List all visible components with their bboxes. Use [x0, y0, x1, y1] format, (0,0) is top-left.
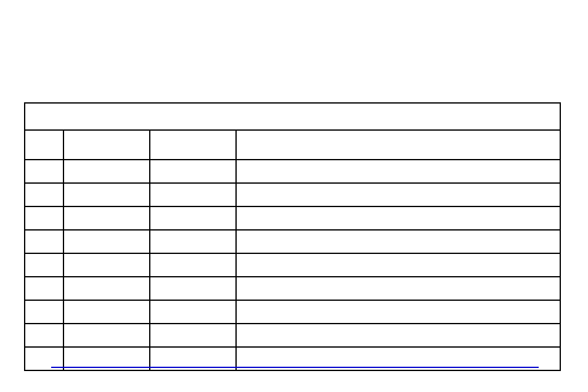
table-header-cell — [25, 130, 63, 160]
table-cell — [25, 253, 63, 277]
footer-divider — [51, 367, 539, 368]
table-cell — [236, 206, 560, 230]
table-cell — [236, 160, 560, 183]
table-cell — [236, 230, 560, 253]
table-cell — [236, 300, 560, 324]
table-cell — [63, 277, 150, 300]
table-title — [25, 103, 560, 130]
table-cell — [25, 230, 63, 253]
table-cell — [150, 300, 236, 324]
table-cell — [150, 160, 236, 183]
table-cell — [63, 206, 150, 230]
table-cell — [150, 253, 236, 277]
table-cell — [25, 324, 63, 347]
table-cell — [25, 206, 63, 230]
table-cell — [150, 183, 236, 206]
table-cell — [150, 206, 236, 230]
table-cell — [25, 183, 63, 206]
table-cell — [63, 300, 150, 324]
table-header-cell — [150, 130, 236, 160]
table-title-row — [25, 103, 560, 130]
table-header-cell — [63, 130, 150, 160]
table-cell — [236, 253, 560, 277]
table-row — [25, 160, 560, 183]
table-header-cell — [236, 130, 560, 160]
table-cell — [63, 253, 150, 277]
data-table — [24, 102, 561, 371]
table-cell — [25, 160, 63, 183]
table-row — [25, 183, 560, 206]
page — [0, 0, 588, 392]
table-cell — [150, 324, 236, 347]
table-cell — [25, 277, 63, 300]
table-header-row — [25, 130, 560, 160]
table-cell — [63, 230, 150, 253]
table-cell — [236, 324, 560, 347]
table-row — [25, 324, 560, 347]
table-row — [25, 206, 560, 230]
table-cell — [25, 300, 63, 324]
table-row — [25, 253, 560, 277]
table-cell — [63, 324, 150, 347]
table-row — [25, 300, 560, 324]
table-cell — [63, 160, 150, 183]
table-row — [25, 230, 560, 253]
table-cell — [236, 183, 560, 206]
table-cell — [236, 277, 560, 300]
table-row — [25, 277, 560, 300]
table-cell — [63, 183, 150, 206]
table-cell — [150, 230, 236, 253]
table-cell — [150, 277, 236, 300]
